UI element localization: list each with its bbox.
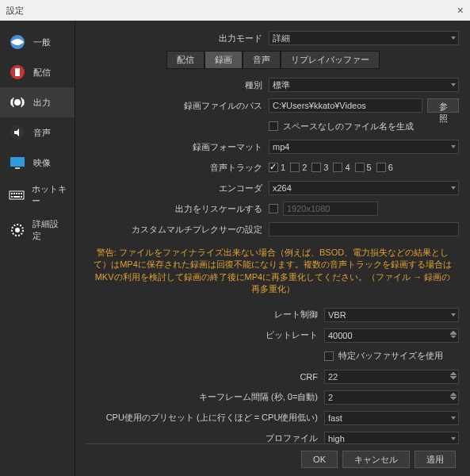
- keyint-label: キーフレーム間隔 (秒, 0=自動): [86, 391, 324, 403]
- sidebar-label: 音声: [33, 127, 51, 139]
- path-label: 録画ファイルのパス: [86, 100, 269, 112]
- sidebar-item-advanced[interactable]: 詳細設定: [0, 213, 75, 248]
- sidebar-item-hotkeys[interactable]: ホットキー: [0, 178, 75, 213]
- encoder-select[interactable]: x264: [269, 181, 459, 195]
- preset-select[interactable]: fast: [324, 411, 459, 425]
- tabs: 配信 録画 音声 リプレイバッファー: [86, 51, 459, 69]
- sidebar: 一般 配信 出力 音声 映像 ホットキー 詳細設定: [0, 21, 75, 476]
- audio-icon: [8, 123, 27, 142]
- track-num: 3: [323, 163, 328, 172]
- svg-rect-6: [15, 167, 20, 169]
- crf-input[interactable]: [324, 370, 459, 384]
- preset-label: CPU使用のプリセット (上に行くほど = CPU使用低い): [86, 412, 324, 424]
- sidebar-item-stream[interactable]: 配信: [0, 57, 75, 87]
- rescale-input: [283, 202, 378, 216]
- track-6-checkbox[interactable]: [376, 163, 386, 172]
- output-icon: [8, 93, 27, 112]
- rate-label: レート制御: [86, 309, 324, 321]
- titlebar: 設定 ×: [0, 0, 470, 21]
- track-5-checkbox[interactable]: [355, 163, 365, 172]
- type-select[interactable]: 標準: [269, 78, 459, 92]
- track-num: 5: [367, 163, 372, 172]
- cancel-button[interactable]: キャンセル: [342, 451, 410, 468]
- svg-point-17: [15, 228, 20, 232]
- sidebar-label: 配信: [33, 67, 51, 79]
- gear-globe-icon: [8, 33, 27, 52]
- format-select[interactable]: mp4: [269, 140, 459, 154]
- profile-select[interactable]: high: [324, 432, 459, 443]
- mux-label: カスタムマルチプレクサーの設定: [86, 224, 269, 236]
- bitrate-label: ビットレート: [86, 329, 324, 341]
- ok-button[interactable]: OK: [301, 451, 338, 468]
- keyint-input[interactable]: [324, 390, 459, 405]
- output-mode-label: 出力モード: [86, 33, 269, 44]
- sidebar-label: 一般: [33, 36, 51, 48]
- path-input[interactable]: [269, 98, 422, 113]
- custom-buf-label: 特定バッファサイズを使用: [338, 350, 443, 362]
- custom-buf-checkbox[interactable]: [324, 351, 334, 361]
- sidebar-item-audio[interactable]: 音声: [0, 117, 75, 148]
- track-4-checkbox[interactable]: [333, 163, 342, 172]
- track-1-checkbox[interactable]: [269, 163, 278, 172]
- track-num: 6: [388, 163, 393, 172]
- sidebar-label: 詳細設定: [32, 218, 67, 242]
- rescale-label: 出力をリスケールする: [86, 203, 269, 215]
- bitrate-input[interactable]: [324, 328, 459, 343]
- sidebar-item-general[interactable]: 一般: [0, 27, 75, 57]
- close-icon[interactable]: ×: [457, 4, 464, 17]
- encoder-label: エンコーダ: [86, 182, 269, 194]
- track-2-checkbox[interactable]: [290, 163, 300, 172]
- profile-label: プロファイル: [86, 432, 324, 443]
- svg-rect-12: [21, 193, 22, 194]
- svg-rect-9: [13, 193, 15, 194]
- crf-label: CRF: [86, 372, 324, 382]
- sidebar-label: 映像: [33, 157, 51, 169]
- tab-replay[interactable]: リプレイバッファー: [281, 51, 380, 69]
- type-label: 種別: [86, 79, 269, 91]
- tab-record[interactable]: 録画: [204, 51, 243, 69]
- window-title: 設定: [6, 5, 24, 17]
- track-num: 1: [281, 163, 285, 172]
- track-3-checkbox[interactable]: [311, 163, 321, 172]
- browse-button[interactable]: 参照: [427, 98, 459, 113]
- svg-rect-5: [10, 157, 25, 167]
- output-mode-select[interactable]: 詳細: [269, 31, 459, 45]
- apply-button[interactable]: 適用: [415, 451, 456, 468]
- track-num: 4: [345, 163, 350, 172]
- track-label: 音声トラック: [86, 162, 269, 174]
- keyboard-icon: [8, 186, 25, 205]
- sidebar-item-output[interactable]: 出力: [0, 87, 75, 117]
- svg-rect-15: [21, 196, 22, 198]
- gear-icon: [8, 221, 26, 240]
- sidebar-item-video[interactable]: 映像: [0, 148, 75, 178]
- nospace-label: スペースなしのファイル名を生成: [283, 121, 414, 132]
- svg-rect-10: [16, 193, 17, 194]
- rescale-checkbox[interactable]: [269, 204, 278, 213]
- svg-rect-14: [13, 196, 20, 198]
- svg-rect-7: [10, 191, 24, 199]
- sidebar-label: 出力: [33, 97, 51, 109]
- monitor-icon: [8, 153, 27, 172]
- mux-input[interactable]: [269, 222, 459, 236]
- svg-rect-2: [15, 68, 20, 76]
- mp4-warning: 警告: ファイルをファイナライズ出来ない場合（例えば、BSOD、電力損失などの結…: [86, 244, 459, 299]
- tab-stream[interactable]: 配信: [166, 51, 204, 69]
- track-num: 2: [302, 163, 307, 172]
- svg-point-3: [14, 99, 21, 106]
- svg-rect-11: [18, 193, 20, 194]
- sidebar-label: ホットキー: [32, 183, 67, 207]
- tab-audio[interactable]: 音声: [243, 51, 281, 69]
- stream-icon: [8, 63, 27, 82]
- format-label: 録画フォーマット: [86, 141, 269, 153]
- svg-rect-8: [11, 193, 13, 194]
- rate-select[interactable]: VBR: [324, 308, 459, 322]
- svg-rect-13: [11, 196, 13, 198]
- nospace-checkbox[interactable]: [269, 121, 278, 131]
